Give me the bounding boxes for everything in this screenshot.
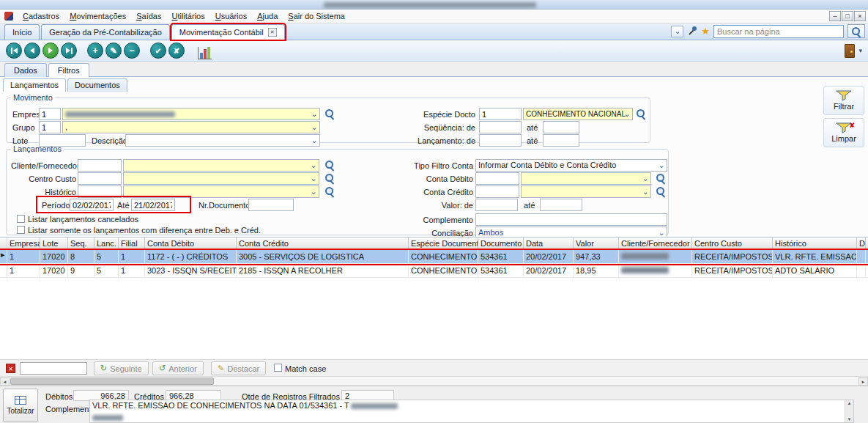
- grid-cell[interactable]: 5: [94, 250, 119, 263]
- scrollbar-thumb[interactable]: [10, 378, 214, 385]
- grid-col-header-lote[interactable]: Lote: [40, 238, 68, 249]
- tab-filtros[interactable]: Filtros: [48, 63, 89, 77]
- grid-cell[interactable]: CONHECIMENTO: [409, 250, 478, 263]
- tab-close-icon[interactable]: ✕: [268, 28, 277, 37]
- complemento-input[interactable]: [475, 213, 667, 226]
- confirm-button[interactable]: ✔: [150, 43, 166, 59]
- cancel-button[interactable]: ✘: [168, 43, 185, 59]
- grid-cell[interactable]: 1: [119, 250, 145, 263]
- periodo-ate-input[interactable]: [131, 199, 175, 211]
- memo-scrollbar[interactable]: ▲ ▼: [845, 400, 853, 422]
- grid-cell[interactable]: [857, 264, 866, 277]
- grid-cell[interactable]: 3023 - ISSQN S/RECEITA: [145, 264, 237, 277]
- nav-first-button[interactable]: [6, 43, 22, 59]
- scroll-up-icon[interactable]: ▲: [845, 401, 853, 405]
- grid-cell-redacted[interactable]: [619, 264, 692, 277]
- grid-col-header-lanc-[interactable]: Lanc.: [94, 238, 119, 249]
- grid-cell[interactable]: 20/02/2017: [524, 264, 574, 277]
- sequencia-ate-input[interactable]: [543, 121, 579, 133]
- conta-credito-search-icon[interactable]: [656, 186, 666, 196]
- scroll-down-icon[interactable]: ▼: [845, 417, 853, 422]
- grid-col-header-hist-rico[interactable]: Histórico: [773, 238, 857, 249]
- grid-cell[interactable]: 947,33: [574, 250, 619, 263]
- nr-documento-input[interactable]: [248, 199, 294, 211]
- document-tab-gera-o-da-pr-contabiliza-o[interactable]: Geração da Pré-Contabilização: [41, 24, 169, 40]
- conta-credito-combo[interactable]: ⌄: [521, 185, 651, 198]
- grid-cell[interactable]: 2185 - ISSQN A RECOLHER: [237, 264, 409, 277]
- table-row[interactable]: ▶1170208511172 - ( - ) CRÉDITOS3005 - SE…: [0, 250, 868, 264]
- grid-cell[interactable]: 1: [119, 264, 145, 277]
- tab-dados[interactable]: Dados: [4, 63, 47, 77]
- grid-cell[interactable]: 20/02/2017: [524, 250, 574, 263]
- find-input[interactable]: [20, 362, 87, 375]
- add-button[interactable]: +: [87, 43, 103, 59]
- conta-debito-combo[interactable]: ⌄: [521, 172, 651, 185]
- historico-search-icon[interactable]: [324, 186, 335, 196]
- grid-cell[interactable]: 8: [68, 250, 94, 263]
- sequencia-de-input[interactable]: [479, 121, 522, 133]
- document-tab-in-cio[interactable]: Início: [4, 24, 40, 40]
- grid-col-header-valor[interactable]: Valor: [574, 238, 619, 249]
- search-input[interactable]: [713, 25, 844, 38]
- empresa-combo[interactable]: ⌄: [62, 108, 320, 120]
- grid-cell[interactable]: 17020: [40, 250, 68, 263]
- restore-button[interactable]: □: [842, 11, 853, 21]
- grid-col-header-data[interactable]: Data: [524, 238, 574, 249]
- grid-cell[interactable]: 3005 - SERVIÇOS DE LOGISTICA: [237, 250, 409, 263]
- toolbar-options-icon[interactable]: ▾: [858, 47, 862, 54]
- grid-col-header-cliente-fornecedor[interactable]: Cliente/Fornecedor: [619, 238, 692, 249]
- grid-cell[interactable]: ADTO SALARIO: [773, 264, 857, 277]
- document-tab-movimenta-o-cont-bil[interactable]: Movimentação Contábil✕: [171, 24, 285, 40]
- valor-de-input[interactable]: [475, 199, 518, 211]
- menu-item-sa-das[interactable]: Saídas: [131, 10, 166, 22]
- edit-button[interactable]: ✎: [105, 43, 122, 59]
- grid-col-header-documento[interactable]: Documento: [478, 238, 524, 249]
- cliente-search-icon[interactable]: [324, 160, 335, 170]
- grid-cell[interactable]: 1: [7, 264, 40, 277]
- menu-item-utilit-rios[interactable]: Utilitários: [166, 10, 209, 22]
- find-prev-button[interactable]: ↺Anterior: [152, 361, 204, 375]
- delete-button[interactable]: −: [124, 43, 140, 59]
- grid-col-header-empresa[interactable]: Empresa: [7, 238, 40, 249]
- grupo-input[interactable]: [39, 121, 61, 133]
- conta-debito-search-icon[interactable]: [656, 173, 666, 183]
- menu-item-usu-rios[interactable]: Usuários: [210, 10, 252, 22]
- horizontal-scrollbar[interactable]: ◄ ►: [0, 376, 868, 386]
- centro-custo-input[interactable]: [78, 172, 122, 185]
- check-diferenca[interactable]: [17, 226, 25, 234]
- limpar-button[interactable]: ✘ Limpar: [823, 118, 864, 147]
- grid-col-header-conta-d-bito[interactable]: Conta Débito: [145, 238, 237, 249]
- match-case-checkbox[interactable]: [274, 364, 282, 372]
- centro-custo-search-icon[interactable]: [324, 173, 335, 183]
- grid-col-header-d[interactable]: D: [857, 238, 866, 249]
- grid-cell[interactable]: 534361: [478, 250, 524, 263]
- tab-documentos[interactable]: Documentos: [67, 78, 127, 92]
- grid-col-header-centro-custo[interactable]: Centro Custo: [692, 238, 773, 249]
- exit-button[interactable]: [844, 43, 856, 59]
- minimize-button[interactable]: –: [829, 11, 841, 21]
- scroll-right-icon[interactable]: ►: [858, 377, 868, 386]
- grid-cell[interactable]: 1172 - ( - ) CRÉDITOS: [145, 250, 237, 263]
- grid-cell[interactable]: 18,95: [574, 264, 619, 277]
- grid-cell[interactable]: RECEITA/IMPOSTOS: [692, 250, 773, 263]
- grid-cell[interactable]: CONHECIMENTO: [409, 264, 478, 277]
- centro-custo-combo[interactable]: ⌄: [123, 172, 319, 185]
- complemento-memo[interactable]: VLR. RFTE. EMISSAO DE CONHECIMENTOS NA D…: [89, 400, 854, 423]
- favorite-star-icon[interactable]: ★: [701, 26, 710, 37]
- empresa-search-icon[interactable]: [324, 108, 335, 119]
- grid-cell[interactable]: 534361: [478, 264, 524, 277]
- grid-cell[interactable]: 5: [94, 264, 119, 277]
- menu-item-sair-do-sistema[interactable]: Sair do Sistema: [283, 10, 350, 22]
- table-row[interactable]: 1170209513023 - ISSQN S/RECEITA2185 - IS…: [0, 264, 868, 278]
- cliente-fornecedor-combo[interactable]: ⌄: [123, 159, 319, 172]
- valor-ate-input[interactable]: [540, 199, 582, 211]
- grid-cell[interactable]: [857, 250, 866, 263]
- totalizar-button[interactable]: Totalizar: [3, 389, 38, 422]
- menu-item-cadastros[interactable]: Cadastros: [18, 10, 64, 22]
- check-cancelados[interactable]: [17, 215, 25, 223]
- cliente-fornecedor-input[interactable]: [78, 159, 122, 172]
- grid-cell[interactable]: VLR. RFTE. EMISSAO DE: [773, 250, 857, 263]
- nav-prev-button[interactable]: [24, 43, 40, 59]
- grid-cell-redacted[interactable]: [619, 250, 692, 263]
- grid-cell[interactable]: 1: [7, 250, 40, 263]
